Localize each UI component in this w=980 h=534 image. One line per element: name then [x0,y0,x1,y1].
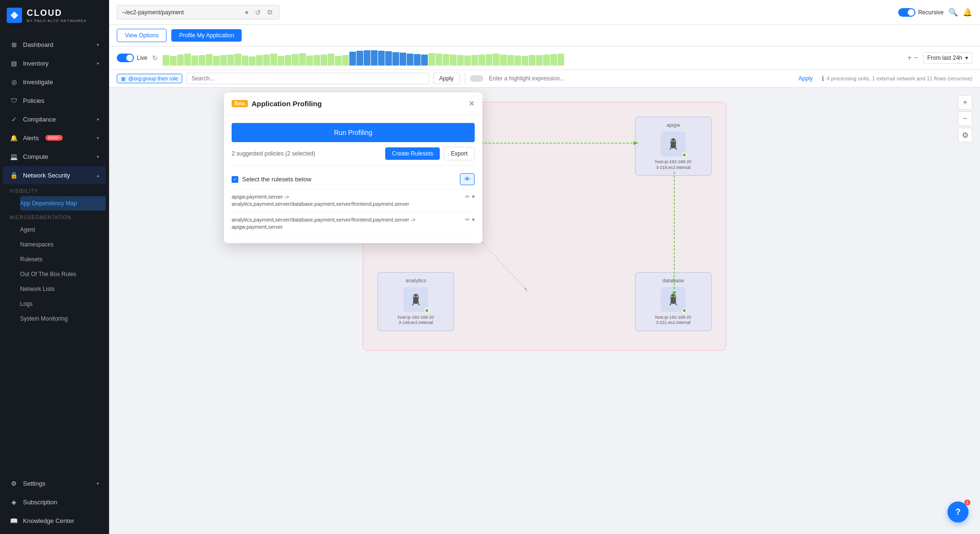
filter-tag: ▦ @org:group then role [117,74,182,83]
sidebar-item-dashboard[interactable]: ⊞ Dashboard ▾ [3,35,106,54]
sidebar-item-label: Policies [23,97,45,104]
chevron-down-icon: ▾ [97,117,99,122]
notification-button[interactable]: 🔔 [963,8,972,17]
sidebar-logo: CLOUD BY PALO ALTO NETWORKS [0,0,109,31]
select-rulesets-label: Select the rulesets below [242,176,456,183]
highlight-section: Apply [465,73,813,84]
sidebar-item-namespaces[interactable]: Namespaces [20,237,106,252]
sidebar-item-settings[interactable]: ⚙ Settings ▾ [3,474,106,492]
sidebar-item-out-of-the-box-rules[interactable]: Out Of The Box Rules [20,267,106,281]
export-button[interactable]: Export [444,147,475,160]
checkmark-icon: ✓ [233,177,237,182]
time-range-dropdown-icon: ▾ [965,55,968,61]
dialog-body: Run Profiling 2 suggested policies (2 se… [224,115,482,243]
alerts-badge: 9999+ [45,135,62,141]
svg-point-19 [417,296,418,297]
zoom-out-button[interactable]: − [958,111,972,126]
help-fab[interactable]: ? 1 [947,501,969,523]
sidebar-item-compliance[interactable]: ✓ Compliance ▾ [3,110,106,128]
search-input[interactable] [186,73,429,84]
highlight-input[interactable] [487,73,795,84]
topbar-actions: Recursive 🔍 🔔 [898,8,972,17]
recursive-switch[interactable] [898,8,915,17]
timeline-wrapper[interactable] [163,50,902,66]
view-options-button[interactable]: View Options [117,29,167,42]
investigate-icon: ◎ [10,78,18,86]
sidebar-item-compute[interactable]: 💻 Compute ▾ [3,147,106,166]
agent-label: Agent [20,226,35,233]
compliance-icon: ✓ [10,115,18,123]
sidebar-item-investigate[interactable]: ◎ Investigate [3,73,106,91]
sidebar-item-label: Dashboard [23,41,54,48]
profiling-dialog: Beta Application Profiling ✕ Run Profili… [224,92,482,243]
zoom-in-button[interactable]: + [907,54,912,62]
sidebar-item-app-dependency-map[interactable]: App Dependency Map [20,196,106,211]
highlight-apply-link[interactable]: Apply [799,75,813,82]
path-copy-btn[interactable]: ⧉ [266,7,274,17]
map-controls: + − ⚙ [958,95,972,142]
visibility-sub: App Dependency Map [0,196,109,211]
info-section: ℹ 4 processing units, 1 external network… [822,75,972,82]
policy-expand-button-1[interactable]: ▾ [472,193,475,200]
policy-edit-button-1[interactable]: ✏ [465,193,470,200]
path-dropdown-btn[interactable]: ▾ [243,8,250,17]
sidebar-item-rulesets[interactable]: Rulesets [20,252,106,267]
sidebar: CLOUD BY PALO ALTO NETWORKS ⊞ Dashboard … [0,0,109,534]
sidebar-item-agent[interactable]: Agent [20,222,106,237]
refresh-button[interactable]: ↻ [152,54,158,62]
chevron-down-icon: ▾ [97,42,99,47]
apigw-host-label: host.ip-192-168-203-218.ec2.internal [655,159,691,170]
zoom-out-button[interactable]: − [913,54,918,62]
time-range-selector[interactable]: From last 24h ▾ [923,52,972,64]
knowledge-center-label: Knowledge Center [23,517,74,524]
create-rulesets-button[interactable]: Create Rulesets [385,147,440,160]
select-all-checkbox[interactable]: ✓ [232,176,238,183]
sidebar-navigation: ⊞ Dashboard ▾ ▤ Inventory ▾ ◎ Investigat… [0,31,109,469]
path-bar: ~/ec2-payment/payment ▾ ↺ ⧉ [117,5,279,20]
highlight-toggle[interactable] [470,75,483,82]
analytics-host-label: host.ip-192-168-203-149.ec2.internal [398,315,434,326]
svg-line-21 [418,303,419,305]
sidebar-item-network-security[interactable]: 🔒 Network Security ▴ [3,166,106,184]
sidebar-item-inventory[interactable]: ▤ Inventory ▾ [3,54,106,72]
live-switch[interactable] [117,54,134,62]
sidebar-item-system-monitoring[interactable]: System Monitoring [20,312,106,326]
profile-my-application-button[interactable]: Profile My Application [171,29,242,42]
sidebar-item-network-lists[interactable]: Network Lists [20,282,106,296]
sidebar-item-policies[interactable]: 🛡 Policies [3,91,106,110]
analytics-node-icon [403,287,428,312]
dialog-title: Application Profiling [252,100,465,108]
svg-point-18 [414,296,415,297]
linux-icon-analytics [409,293,423,306]
live-label: Live [137,55,147,61]
main-content: ~/ec2-payment/payment ▾ ↺ ⧉ Recursive 🔍 … [109,0,980,534]
search-button[interactable]: 🔍 [948,8,958,17]
dialog-close-button[interactable]: ✕ [468,99,475,108]
zoom-controls: + − [907,54,918,62]
search-apply-button[interactable]: Apply [433,73,460,84]
rulesets-label: Rulesets [20,256,43,263]
visibility-section-label: VISIBILITY [0,185,109,196]
sidebar-item-knowledge-center[interactable]: 📖 Knowledge Center [3,512,106,530]
path-back-btn[interactable]: ↺ [253,8,263,17]
logo-text: CLOUD [27,8,87,18]
policy-expand-button-2[interactable]: ▾ [472,216,475,223]
database-node-icon [661,287,686,312]
sidebar-item-alerts[interactable]: 🔔 Alerts 9999+ ▾ [3,129,106,147]
policy-actions-2: ✏ ▾ [465,216,475,223]
policy-text-2: analytics,payment,server/database,paymen… [232,216,461,231]
linux-icon-database [667,293,680,306]
chevron-up-icon: ▴ [97,173,99,178]
compute-icon: 💻 [10,152,18,161]
sidebar-item-subscription[interactable]: ◈ Subscription [3,493,106,511]
path-text: ~/ec2-payment/payment [122,9,240,16]
zoom-in-button[interactable]: + [958,95,972,110]
eye-button[interactable]: 👁 [460,173,475,185]
policy-text-1: apigw,payment,server -> analytics,paymen… [232,193,461,208]
topbar: ~/ec2-payment/payment ▾ ↺ ⧉ Recursive 🔍 … [109,0,980,25]
analytics-label: analytics [406,278,426,283]
sidebar-item-logs[interactable]: Logs [20,297,106,311]
policy-edit-button-2[interactable]: ✏ [465,216,470,223]
map-settings-button[interactable]: ⚙ [958,128,972,142]
run-profiling-button[interactable]: Run Profiling [232,123,475,142]
